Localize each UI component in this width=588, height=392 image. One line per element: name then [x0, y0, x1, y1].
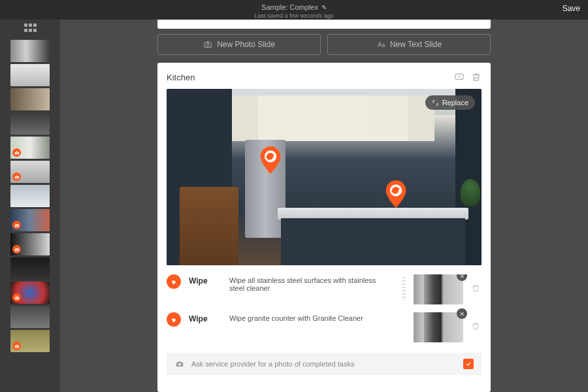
grid-view-icon[interactable]	[22, 24, 38, 33]
thumbnail[interactable]	[10, 161, 50, 183]
thumbnail-sidebar	[0, 20, 60, 392]
svg-point-1	[16, 176, 18, 178]
drag-handle[interactable]	[402, 277, 406, 301]
camera-badge-icon	[12, 221, 21, 229]
top-bar: Sample: Complex ✎ Last saved a few secon…	[0, 0, 588, 20]
svg-point-0	[16, 152, 18, 154]
task-name: Wipe	[189, 312, 221, 323]
svg-point-7	[206, 44, 209, 46]
camera-icon	[203, 40, 212, 49]
task-photo-thumbnail[interactable]: ✕	[414, 312, 463, 342]
new-photo-slide-button[interactable]: New Photo Slide	[157, 34, 321, 55]
camera-badge-icon	[12, 148, 21, 157]
slide-photo[interactable]: Replace	[167, 89, 482, 265]
check-icon	[465, 361, 472, 367]
photo-request-text: Ask service provider for a photo of comp…	[191, 360, 457, 368]
new-text-label: New Text Slide	[390, 40, 442, 49]
new-text-slide-button[interactable]: New Text Slide	[327, 34, 491, 55]
editor-canvas: New Photo Slide New Text Slide Kitchen	[60, 20, 588, 392]
task-photo-thumbnail[interactable]: ✕	[414, 274, 463, 304]
camera-badge-icon	[12, 245, 21, 253]
remove-photo-icon[interactable]: ✕	[457, 308, 467, 319]
task-marker[interactable]	[259, 146, 282, 174]
wipe-icon	[167, 312, 181, 327]
camera-badge-icon	[12, 342, 21, 350]
thumbnail[interactable]	[10, 64, 50, 86]
document-title[interactable]: Sample: Complex ✎	[261, 3, 327, 12]
text-icon	[376, 40, 385, 49]
save-button[interactable]: Save	[563, 4, 580, 13]
task-row: WipeWipe all stainless steel surfaces wi…	[167, 274, 482, 304]
camera-icon	[174, 359, 185, 368]
replace-photo-button[interactable]: Replace	[425, 95, 475, 110]
pencil-icon[interactable]: ✎	[321, 4, 327, 12]
thumbnail[interactable]	[10, 330, 50, 352]
svg-point-4	[16, 297, 18, 299]
photo-request-checkbox[interactable]	[463, 359, 474, 369]
task-description: Wipe granite counter with Granite Cleane…	[229, 312, 406, 322]
trash-icon[interactable]	[471, 72, 482, 82]
thumbnail[interactable]	[10, 233, 50, 255]
thumbnail[interactable]	[10, 282, 50, 304]
task-description: Wipe all stainless steel surfaces with s…	[229, 274, 394, 292]
task-name: Wipe	[189, 274, 221, 286]
replace-label: Replace	[442, 99, 468, 106]
new-photo-label: New Photo Slide	[217, 40, 275, 49]
delete-task-button[interactable]	[471, 274, 482, 295]
svg-point-11	[178, 363, 181, 366]
thumbnail[interactable]	[10, 185, 50, 207]
present-icon[interactable]	[454, 72, 465, 82]
prev-slide-edge	[157, 20, 491, 29]
task-list: WipeWipe all stainless steel surfaces wi…	[167, 274, 482, 342]
camera-badge-icon	[12, 293, 21, 302]
slide-title[interactable]: Kitchen	[167, 73, 448, 82]
svg-point-3	[16, 249, 18, 250]
thumbnail[interactable]	[10, 88, 50, 110]
thumbnail[interactable]	[10, 209, 50, 231]
thumbnail[interactable]	[10, 112, 50, 135]
svg-point-2	[16, 225, 18, 226]
svg-point-5	[16, 346, 18, 347]
slide-card: Kitchen Replace	[157, 63, 491, 392]
thumbnail[interactable]	[10, 40, 50, 62]
thumbnail[interactable]	[10, 137, 50, 159]
delete-task-button[interactable]	[471, 312, 482, 333]
camera-badge-icon	[12, 172, 21, 181]
svg-rect-6	[204, 42, 212, 48]
remove-photo-icon[interactable]: ✕	[457, 274, 467, 281]
replace-icon	[432, 99, 439, 106]
wipe-icon	[167, 274, 181, 289]
thumbnail[interactable]	[10, 257, 50, 280]
task-row: WipeWipe granite counter with Granite Cl…	[167, 312, 482, 342]
thumbnail[interactable]	[10, 306, 50, 328]
save-status: Last saved a few seconds ago	[254, 12, 333, 20]
task-marker[interactable]	[385, 180, 407, 208]
photo-request-row: Ask service provider for a photo of comp…	[167, 353, 482, 375]
document-title-text: Sample: Complex	[261, 3, 318, 12]
